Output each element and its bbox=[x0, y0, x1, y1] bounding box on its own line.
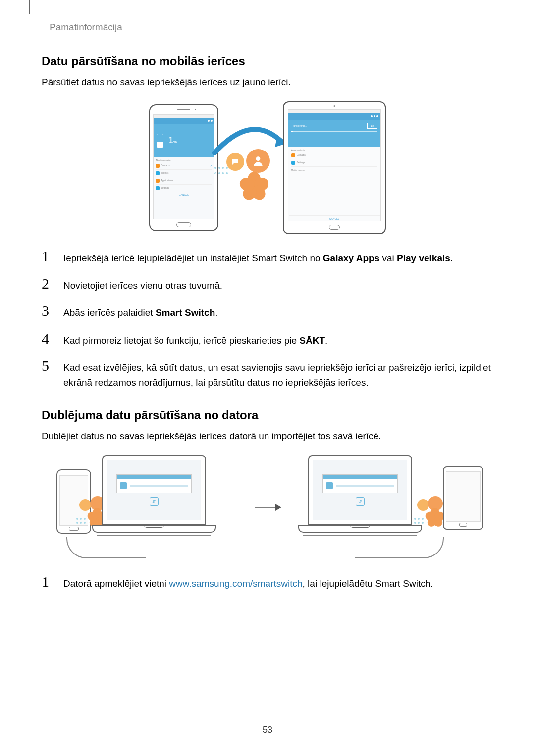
scene-backup: ⇵ bbox=[56, 455, 245, 559]
list-item: Settings bbox=[156, 185, 212, 192]
svg-marker-3 bbox=[275, 504, 281, 511]
app-icon bbox=[326, 482, 333, 489]
section2-heading: Dublējuma datu pārsūtīšana no datora bbox=[42, 408, 493, 422]
breadcrumb: Pamatinformācija bbox=[50, 22, 122, 33]
restore-icon: ↺ bbox=[356, 497, 365, 506]
usb-cable bbox=[355, 537, 444, 558]
laptop: ⇵ bbox=[92, 455, 216, 536]
step-3: 3 Abās ierīcēs palaidiet Smart Switch. bbox=[42, 303, 493, 320]
usb-cable bbox=[66, 537, 146, 558]
step-5: 5 Kad esat izvēlējies, kā sūtīt datus, u… bbox=[42, 358, 493, 390]
list-item: Contacts✓ bbox=[156, 162, 212, 170]
page-content: Datu pārsūtīšana no mobilās ierīces Pārs… bbox=[42, 54, 493, 602]
tablet-list-label: About contents bbox=[291, 149, 377, 151]
app-icon bbox=[120, 482, 127, 489]
phone-percent-unit: % bbox=[173, 140, 177, 144]
tablet-small bbox=[443, 466, 483, 530]
section1-intro: Pārsūtiet datus no savas iepriekšējās ie… bbox=[42, 75, 493, 90]
arrow-right-icon bbox=[254, 502, 281, 513]
phone-percent: 1 bbox=[168, 135, 173, 146]
section1-heading: Datu pārsūtīšana no mobilās ierīces bbox=[42, 54, 493, 68]
svg-point-1 bbox=[256, 156, 261, 161]
smartswitch-link[interactable]: www.samsung.com/smartswitch bbox=[169, 578, 302, 589]
chat-bubble-icon bbox=[226, 153, 244, 171]
contact-icon bbox=[246, 149, 270, 173]
illustration-computer-transfer: ⇵ bbox=[42, 455, 493, 559]
illustration-mobile-transfer: 1 % About information Contacts✓ Internet… bbox=[42, 101, 493, 234]
step-4: 4 Kad pirmoreiz lietojat šo funkciju, ie… bbox=[42, 331, 493, 348]
list-item: ··· bbox=[291, 184, 377, 190]
flower-icon bbox=[238, 171, 270, 202]
tablet-percent: 1% bbox=[367, 123, 377, 129]
list-item: Settings bbox=[291, 159, 377, 167]
phone-frame: 1 % About information Contacts✓ Internet… bbox=[149, 104, 218, 231]
transfer-icons bbox=[218, 123, 283, 212]
section2-intro: Dublējiet datus no savas iepriekšējās ie… bbox=[42, 429, 493, 444]
scene-restore: ↺ bbox=[290, 455, 479, 559]
list-item: ··· bbox=[291, 172, 377, 178]
tablet-cancel-button: CANCEL bbox=[289, 215, 380, 220]
tablet-transferring-label: Transferring... bbox=[291, 124, 307, 127]
phone-list-label: About information bbox=[156, 159, 212, 161]
tablet-frame: Transferring... 1% About contents Contac… bbox=[283, 101, 386, 234]
phone-cancel-button: CANCEL bbox=[156, 192, 212, 197]
page-number: 53 bbox=[263, 725, 272, 735]
section2-step-1: 1 Datorā apmeklējiet vietni www.samsung.… bbox=[42, 574, 493, 591]
list-item: Internet bbox=[156, 170, 212, 177]
list-item: ··· bbox=[291, 178, 377, 184]
laptop: ↺ bbox=[298, 455, 422, 536]
step-1: 1 Iepriekšējā ierīcē lejupielādējiet un … bbox=[42, 249, 493, 265]
list-item: Contacts bbox=[291, 152, 377, 159]
section2-steps: 1 Datorā apmeklējiet vietni www.samsung.… bbox=[42, 574, 493, 591]
tablet-mobile-label: Mobile contents bbox=[291, 169, 377, 171]
list-item: Applications bbox=[156, 177, 212, 185]
step-2: 2 Novietojiet ierīces vienu otras tuvumā… bbox=[42, 276, 493, 293]
section1-steps: 1 Iepriekšējā ierīcē lejupielādējiet un … bbox=[42, 249, 493, 390]
import-icon: ⇵ bbox=[150, 497, 159, 506]
